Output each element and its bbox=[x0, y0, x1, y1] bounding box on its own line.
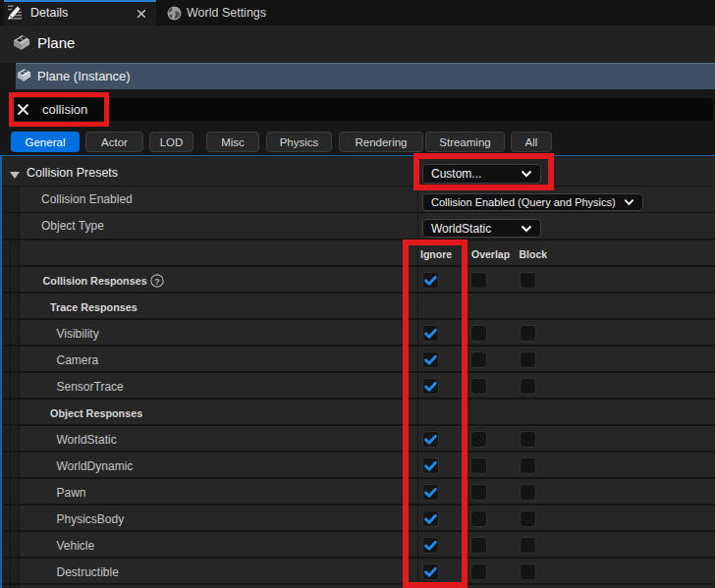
svg-text:?: ? bbox=[154, 275, 160, 286]
